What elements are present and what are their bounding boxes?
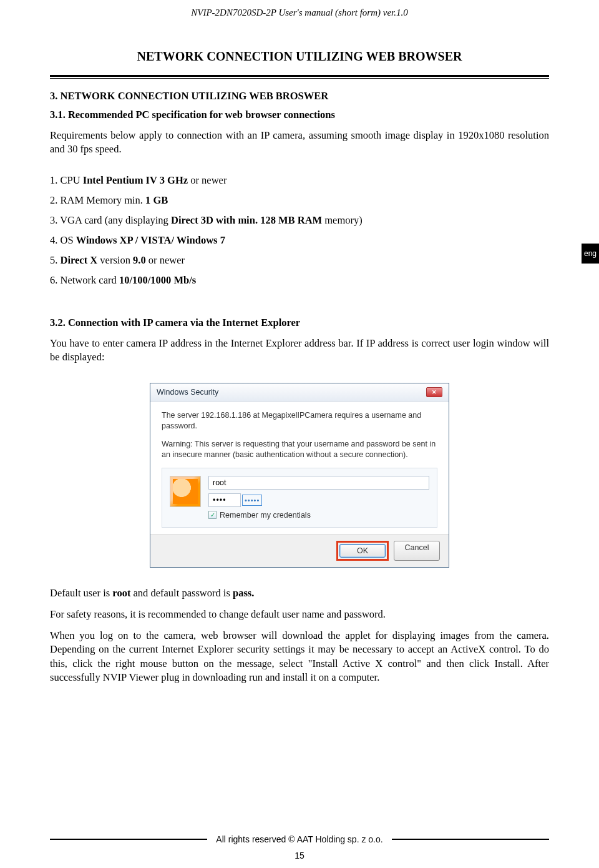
- footer-rule-right: [392, 839, 549, 840]
- text: 5.: [50, 254, 61, 266]
- paragraph: For safety reasons, it is recommended to…: [50, 608, 549, 621]
- footer-text: All rights reserved © AAT Holding sp. z …: [216, 834, 382, 844]
- text: or newer: [146, 254, 185, 266]
- user-avatar-icon: [170, 476, 201, 507]
- section-title: NETWORK CONNECTION UTILIZING WEB BROWSER: [50, 49, 549, 64]
- text: 3. VGA card (any displaying: [50, 214, 171, 226]
- dialog-titlebar: Windows Security ✕: [150, 383, 449, 402]
- text-bold: 9.0: [133, 254, 146, 266]
- text: 2. RAM Memory min.: [50, 194, 145, 206]
- text-bold: 10/100/1000 Mb/s: [119, 274, 196, 286]
- cancel-button[interactable]: Cancel: [394, 541, 440, 561]
- dialog-message-1: The server 192.168.1.186 at MegapixelIPC…: [162, 410, 437, 432]
- text-bold: Direct 3D with min. 128 MB RAM: [171, 214, 322, 226]
- req-item-6: 6. Network card 10/100/1000 Mb/s: [50, 274, 549, 287]
- page-number: 15: [0, 851, 599, 861]
- footer-rule-left: [50, 839, 207, 840]
- dialog-screenshot: Windows Security ✕ The server 192.168.1.…: [50, 383, 549, 568]
- text: version: [97, 254, 133, 266]
- dialog-message-2: Warning: This server is requesting that …: [162, 439, 437, 460]
- language-tab: eng: [582, 244, 599, 264]
- text-bold: pass.: [233, 587, 254, 599]
- close-icon[interactable]: ✕: [426, 387, 442, 397]
- paragraph: Requirements below apply to connection w…: [50, 129, 549, 157]
- text: 6. Network card: [50, 274, 119, 286]
- text: Default user is: [50, 587, 112, 599]
- text: and default password is: [130, 587, 233, 599]
- text-bold: Intel Pentium IV 3 GHz: [83, 174, 188, 186]
- username-input[interactable]: [208, 476, 429, 490]
- req-item-3: 3. VGA card (any displaying Direct 3D wi…: [50, 214, 549, 227]
- paragraph: You have to enter camera IP address in t…: [50, 337, 549, 365]
- ok-button[interactable]: OK: [339, 544, 386, 558]
- text-bold: Windows XP / VISTA/ Windows 7: [76, 234, 225, 246]
- windows-security-dialog: Windows Security ✕ The server 192.168.1.…: [150, 383, 449, 568]
- doc-header: NVIP-2DN7020SD-2P User's manual (short f…: [50, 0, 549, 18]
- req-item-1: 1. CPU Intel Pentium IV 3 GHz or newer: [50, 174, 549, 187]
- text: memory): [322, 214, 363, 226]
- text-bold: 1 GB: [145, 194, 168, 206]
- dialog-title-text: Windows Security: [157, 388, 218, 397]
- paragraph: When you log on to the camera, web brows…: [50, 629, 549, 684]
- heading-3-2: 3.2. Connection with IP camera via the I…: [50, 317, 549, 329]
- text-bold: root: [112, 587, 130, 599]
- ok-highlight: OK: [336, 541, 389, 561]
- remember-label: Remember my credentials: [220, 511, 311, 520]
- password-input[interactable]: [208, 493, 241, 507]
- credential-fields: ••••• ✓ Remember my credentials: [208, 476, 429, 520]
- remember-checkbox[interactable]: ✓: [208, 511, 217, 519]
- paragraph: Default user is root and default passwor…: [50, 586, 549, 600]
- dialog-body: The server 192.168.1.186 at MegapixelIPC…: [150, 402, 449, 534]
- text-bold: Direct X: [61, 254, 98, 266]
- text: or newer: [188, 174, 226, 186]
- heading-3-1: 3.1. Recommended PC specification for we…: [50, 109, 549, 121]
- dialog-buttons: OK Cancel: [150, 534, 449, 567]
- text: 4. OS: [50, 234, 76, 246]
- password-row: •••••: [208, 493, 429, 507]
- password-overlay: •••••: [242, 495, 262, 506]
- heading-3: 3. NETWORK CONNECTION UTILIZING WEB BROS…: [50, 90, 549, 102]
- text: 1. CPU: [50, 174, 83, 186]
- remember-row: ✓ Remember my credentials: [208, 511, 429, 520]
- credentials-box: ••••• ✓ Remember my credentials: [162, 468, 437, 528]
- req-item-4: 4. OS Windows XP / VISTA/ Windows 7: [50, 234, 549, 247]
- divider-double: [50, 75, 549, 79]
- req-item-2: 2. RAM Memory min. 1 GB: [50, 194, 549, 207]
- footer: All rights reserved © AAT Holding sp. z …: [0, 834, 599, 844]
- req-item-5: 5. Direct X version 9.0 or newer: [50, 254, 549, 267]
